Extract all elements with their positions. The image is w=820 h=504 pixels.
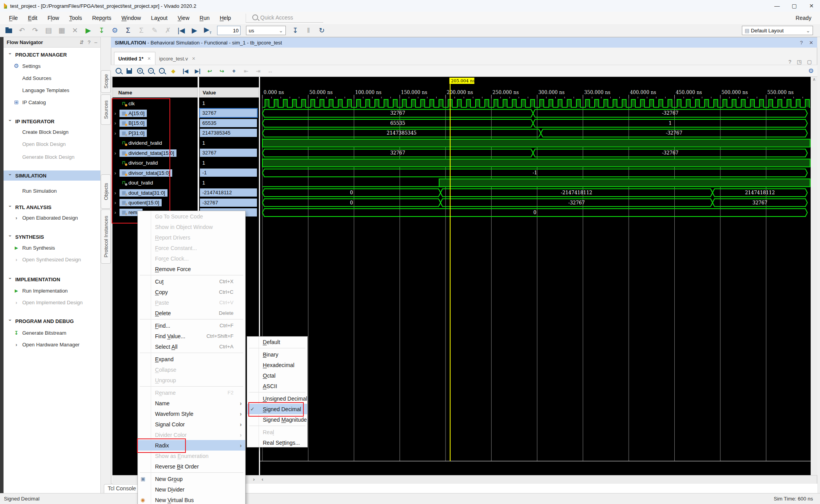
radix-menu-item-default[interactable]: Default — [247, 337, 307, 347]
panel-close-icon[interactable]: ✕ — [809, 40, 813, 46]
zoom-to-cursor-icon[interactable]: ◆ — [170, 68, 177, 74]
tab-help-icon[interactable]: ? — [788, 59, 791, 65]
fit-disabled-icon[interactable]: ↔ — [267, 68, 274, 74]
vertical-scrollbar[interactable]: ∧ — [811, 77, 817, 475]
flownav-item-open-block-design[interactable]: Open Block Design — [4, 139, 100, 149]
signal-value[interactable]: -32767 — [200, 199, 257, 207]
maximize-button[interactable]: ▢ — [786, 0, 803, 12]
signal-value[interactable]: -1 — [200, 169, 257, 177]
tab-ipcore-test-v[interactable]: ipcore_test.v ✕ — [155, 52, 200, 65]
signal-value[interactable]: 1 — [202, 159, 257, 167]
flownav-item-open-hardware-manager[interactable]: ›Open Hardware Manager — [4, 339, 100, 350]
next-transition-icon[interactable]: ↪ — [218, 68, 225, 74]
menubar-item-help[interactable]: Help — [215, 13, 236, 23]
collapsed-panel-strip[interactable] — [0, 37, 4, 493]
context-menu-item-reverse-bit-order[interactable]: Reverse Bit Order — [138, 461, 245, 472]
menubar-item-flow[interactable]: Flow — [43, 13, 64, 23]
context-menu-item-find[interactable]: Find...Ctrl+F — [138, 320, 245, 331]
generate-bitstream-toolbar-icon[interactable]: ↧ — [98, 27, 105, 34]
radix-menu-item-real[interactable]: Real — [247, 427, 307, 437]
context-menu-item-force-clock[interactable]: Force Clock... — [138, 253, 245, 264]
previous-transition-icon[interactable]: ↩ — [206, 68, 213, 74]
delete-icon[interactable]: ✕ — [71, 27, 79, 34]
side-tab-sources[interactable]: Sources — [101, 94, 111, 125]
flownav-section-project-manager[interactable]: ›PROJECT MANAGER — [4, 50, 100, 60]
menubar-item-view[interactable]: View — [173, 13, 194, 23]
save-waveform-icon[interactable] — [127, 68, 132, 74]
next-edge-disabled-icon[interactable]: ⇥ — [255, 68, 262, 74]
side-tab-protocol-instances[interactable]: Protocol Instances — [101, 209, 111, 264]
signal-value[interactable]: 1 — [202, 179, 257, 187]
menubar-item-file[interactable]: File — [4, 13, 23, 23]
radix-menu-item-ascii[interactable]: ASCII — [247, 381, 307, 391]
menubar-item-window[interactable]: Window — [116, 13, 146, 23]
step-icon[interactable]: ↧ — [291, 27, 299, 34]
context-menu-item-collapse[interactable]: Collapse — [138, 364, 245, 375]
flownav-section-synthesis[interactable]: ›SYNTHESIS — [4, 232, 100, 242]
waveform-canvas[interactable]: 0.000 ns50.000 ns100.000 ns150.000 ns200… — [260, 77, 811, 475]
settings-gear-icon[interactable]: ⚙ — [111, 27, 119, 34]
value-column-header[interactable]: Value — [200, 90, 216, 96]
report-summary-icon[interactable]: Σ — [124, 27, 132, 34]
context-menu-item-paste[interactable]: PasteCtrl+V — [138, 297, 245, 308]
open-recent-icon[interactable] — [5, 27, 12, 34]
signal-value[interactable]: -2147418112 — [200, 188, 257, 197]
context-menu-item-copy[interactable]: CopyCtrl+C — [138, 287, 245, 297]
signal-value[interactable]: 1 — [202, 99, 257, 107]
context-menu-item-report-drivers[interactable]: Report Drivers — [138, 232, 245, 243]
wave-settings-gear-icon[interactable]: ⚙ — [808, 67, 814, 75]
paste-icon[interactable]: ▦ — [58, 27, 66, 34]
context-menu-item-show-in-object-window[interactable]: Show in Object Window — [138, 222, 245, 232]
scroll-right-icon[interactable]: › — [253, 476, 255, 482]
signal-value[interactable]: 32767 — [200, 149, 257, 157]
context-menu-item-ungroup[interactable]: Ungroup — [138, 375, 245, 385]
scroll-left-icon[interactable]: ‹ — [262, 476, 263, 482]
context-menu-item-signal-color[interactable]: Signal Color› — [138, 419, 245, 429]
flownav-item-create-block-design[interactable]: Create Block Design — [4, 127, 100, 137]
context-menu-item-expand[interactable]: Expand — [138, 354, 245, 364]
context-menu-item-force-constant[interactable]: Force Constant... — [138, 243, 245, 253]
context-menu-item-go-to-source-code[interactable]: Go To Source Code — [138, 211, 245, 222]
collapse-all-icon[interactable]: ⇵ — [80, 39, 84, 45]
close-tab-icon[interactable]: ✕ — [192, 56, 195, 61]
undo-icon[interactable]: ↶ — [18, 27, 26, 34]
previous-edge-disabled-icon[interactable]: ⇤ — [242, 68, 250, 74]
flownav-section-program-and-debug[interactable]: ›PROGRAM AND DEBUG — [4, 316, 100, 326]
flownav-item-add-sources[interactable]: Add Sources — [4, 73, 100, 83]
run-all-icon[interactable]: ▶ — [191, 27, 198, 34]
redo-icon[interactable]: ↷ — [31, 27, 39, 34]
panel-help-icon[interactable]: ? — [800, 40, 803, 46]
break-icon[interactable]: ‖ — [305, 27, 312, 34]
flownav-item-language-templates[interactable]: Language Templates — [4, 85, 100, 95]
signal-value[interactable]: 2147385345 — [200, 129, 257, 137]
minimize-button[interactable]: — — [768, 0, 786, 12]
run-flow-icon[interactable]: ▶ — [84, 27, 92, 34]
flownav-section-ip-integrator[interactable]: ›IP INTEGRATOR — [4, 116, 100, 126]
go-to-time-0-icon[interactable]: |◀ — [182, 68, 189, 74]
signal-value[interactable]: 32767 — [200, 109, 257, 117]
context-menu-item-rename[interactable]: RenameF2 — [138, 387, 245, 398]
menubar-item-reports[interactable]: Reports — [87, 13, 116, 23]
menubar-item-tools[interactable]: Tools — [64, 13, 87, 23]
flownav-item-generate-block-design[interactable]: Generate Block Design — [4, 152, 100, 162]
context-menu-item-remove-force[interactable]: Remove Force — [138, 264, 245, 274]
flownav-section-implementation[interactable]: ›IMPLEMENTATION — [4, 274, 100, 284]
context-menu-item-delete[interactable]: DeleteDelete — [138, 308, 245, 318]
flownav-item-settings[interactable]: ⚙Settings — [4, 61, 100, 71]
go-to-time-end-icon[interactable]: ▶| — [194, 68, 201, 74]
radix-menu-item-hexadecimal[interactable]: Hexadecimal — [247, 360, 307, 370]
zoom-fit-icon[interactable]: ▫ — [159, 68, 165, 74]
tab-untitled-1[interactable]: Untitled 1* ✕ — [114, 52, 155, 65]
zoom-out-icon[interactable]: − — [148, 68, 154, 74]
side-tab-objects[interactable]: Objects — [101, 174, 111, 209]
radix-menu-item-octal[interactable]: Octal — [247, 370, 307, 381]
restart-simulation-icon[interactable]: |◀ — [177, 27, 185, 34]
flownav-item-generate-bitstream[interactable]: ↧Generate Bitstream — [4, 328, 100, 338]
flownav-item-ip-catalog[interactable]: ⊞IP Catalog — [4, 97, 100, 107]
close-button[interactable]: ✕ — [803, 0, 820, 12]
context-menu-item-new-group[interactable]: ▣New Group — [138, 474, 245, 484]
flownav-item-run-implementation[interactable]: ▶Run Implementation — [4, 286, 100, 296]
flownav-section-simulation[interactable]: ›SIMULATION — [4, 170, 100, 181]
context-menu-item-new-virtual-bus[interactable]: ◉New Virtual Bus — [138, 495, 245, 504]
side-tab-scope[interactable]: Scope — [101, 70, 111, 93]
